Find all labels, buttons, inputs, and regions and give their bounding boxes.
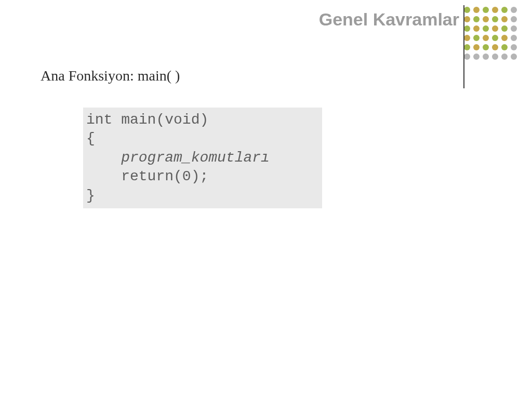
svg-point-3 xyxy=(492,7,498,13)
svg-point-13 xyxy=(473,25,480,32)
svg-point-4 xyxy=(501,7,508,13)
code-line-4: return(0); xyxy=(86,167,319,186)
code-line-3: program_komutları xyxy=(86,149,319,167)
code-line-5: } xyxy=(86,187,319,205)
svg-point-35 xyxy=(511,54,517,60)
svg-point-23 xyxy=(511,35,517,41)
svg-point-32 xyxy=(483,54,489,60)
svg-point-20 xyxy=(483,35,489,41)
svg-point-7 xyxy=(473,16,480,22)
svg-point-21 xyxy=(492,35,498,41)
decorative-dot-grid xyxy=(462,5,520,65)
page-title: Genel Kavramlar xyxy=(319,9,459,30)
svg-point-10 xyxy=(501,16,508,22)
svg-point-12 xyxy=(464,25,470,32)
decorative-stem-line xyxy=(463,5,464,88)
svg-point-26 xyxy=(483,44,489,50)
svg-point-34 xyxy=(501,54,508,60)
svg-point-11 xyxy=(511,16,517,22)
svg-point-2 xyxy=(483,7,489,13)
svg-point-24 xyxy=(464,44,470,50)
svg-point-8 xyxy=(483,16,489,22)
section-subtitle: Ana Fonksiyon: main( ) xyxy=(41,68,180,84)
code-block: int main(void) { program_komutları retur… xyxy=(83,108,322,208)
svg-point-1 xyxy=(473,7,480,13)
svg-point-33 xyxy=(492,54,498,60)
svg-point-9 xyxy=(492,16,498,22)
svg-point-28 xyxy=(501,44,508,50)
svg-point-0 xyxy=(464,7,470,13)
svg-point-14 xyxy=(483,25,489,32)
svg-point-30 xyxy=(464,54,470,60)
svg-point-22 xyxy=(501,35,508,41)
svg-point-17 xyxy=(511,25,517,32)
code-line-2: { xyxy=(86,129,319,148)
svg-point-27 xyxy=(492,44,498,50)
code-line-1: int main(void) xyxy=(86,111,319,129)
svg-point-5 xyxy=(511,7,517,13)
svg-point-25 xyxy=(473,44,480,50)
svg-point-29 xyxy=(511,44,517,50)
svg-point-18 xyxy=(464,35,470,41)
svg-point-19 xyxy=(473,35,480,41)
svg-point-6 xyxy=(464,16,470,22)
svg-point-31 xyxy=(473,54,480,60)
svg-point-15 xyxy=(492,25,498,32)
svg-point-16 xyxy=(501,25,508,32)
